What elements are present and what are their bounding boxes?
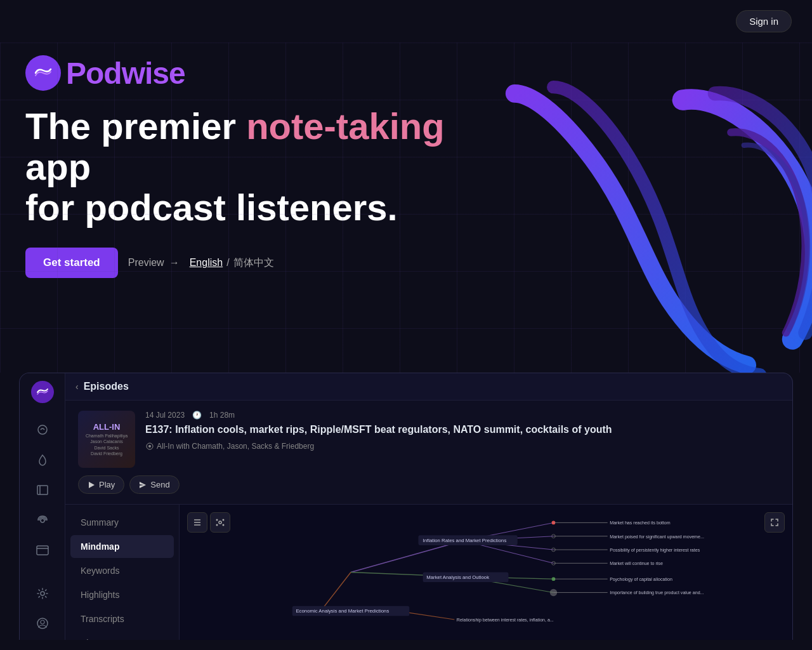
podcast-small-icon [145, 442, 154, 451]
language-links: English / 简体中文 [190, 256, 274, 270]
svg-text:Economic Analysis and Market P: Economic Analysis and Market Predictions [296, 608, 389, 614]
lang-separator: / [226, 257, 229, 269]
svg-point-15 [219, 521, 221, 524]
svg-point-19 [223, 524, 225, 526]
mindmap-node-view-button[interactable] [210, 512, 230, 533]
sidebar-home-icon[interactable] [34, 421, 51, 439]
svg-rect-4 [37, 546, 48, 555]
svg-marker-11 [89, 482, 95, 488]
play-label: Play [99, 480, 115, 489]
lang-chinese-link[interactable]: 简体中文 [233, 256, 274, 270]
play-button[interactable]: Play [78, 475, 124, 494]
send-button[interactable]: Send [129, 475, 179, 494]
logo-text: Podwise [66, 56, 185, 91]
episode-podcast: All-In with Chamath, Jason, Sacks & Frie… [145, 442, 780, 451]
sidebar-fire-icon[interactable] [34, 451, 51, 469]
svg-point-18 [216, 524, 218, 526]
svg-line-53 [409, 613, 454, 620]
svg-point-3 [41, 519, 44, 522]
svg-line-20 [351, 541, 464, 573]
sidebar-card-icon[interactable] [34, 541, 51, 559]
preview-label: Preview [128, 257, 164, 269]
wave-illustration [476, 81, 812, 373]
episode-actions: Play Send [78, 475, 780, 494]
episode-thumbnail: ALL-IN Chamath PalihapitiyaJason Calacan… [78, 411, 135, 468]
hero-headline: The premier note-taking app for podcast … [25, 106, 457, 227]
send-label: Send [150, 480, 169, 489]
app-preview: ‹ Episodes ALL-IN Chamath PalihapitiyaJa… [19, 373, 793, 640]
episodes-title: Episodes [84, 381, 129, 392]
logo-icon [25, 55, 61, 91]
svg-text:Market will continue to rise: Market will continue to rise [610, 561, 663, 566]
headline-accent: note-taking [246, 105, 445, 147]
svg-text:Psychology of capital allocati: Psychology of capital allocation [610, 577, 672, 582]
svg-point-10 [148, 445, 151, 448]
preview-arrow: → [169, 257, 180, 269]
svg-point-16 [216, 519, 218, 521]
episode-info: 14 Jul 2023 🕐 1h 28m E137: Inflation coo… [145, 411, 780, 451]
app-sidebar-logo [31, 381, 54, 403]
sidebar-podcast-icon[interactable] [34, 512, 51, 529]
mindmap-toolbar [187, 512, 230, 533]
mindmap-area: Inflation Rates and Market Predictions M… [180, 505, 792, 640]
sidebar-library-icon[interactable] [34, 481, 51, 499]
svg-text:Possibility of persistently hi: Possibility of persistently higher inter… [610, 548, 700, 553]
tab-transcripts[interactable]: Transcripts [70, 607, 174, 630]
svg-text:Inflation Rates and Market Pre: Inflation Rates and Market Predictions [423, 538, 507, 543]
svg-text:Market Analysis and Outlook: Market Analysis and Outlook [426, 574, 489, 580]
svg-text:Relationship between interest : Relationship between interest rates, inf… [457, 618, 554, 623]
headline-part2: app [25, 146, 91, 187]
episode-meta: 14 Jul 2023 🕐 1h 28m [145, 411, 780, 420]
svg-text:Market has reached its bottom: Market has reached its bottom [610, 521, 671, 526]
episodes-back-arrow[interactable]: ‹ [75, 381, 79, 392]
svg-point-8 [41, 620, 44, 624]
tab-shownotes[interactable]: Shownotes [70, 632, 174, 640]
episode-date: 14 Jul 2023 [145, 411, 185, 420]
svg-point-17 [223, 519, 225, 521]
tab-highlights[interactable]: Highlights [70, 583, 174, 606]
content-area: Summary Mindmap Keywords Highlights Tran… [65, 505, 792, 640]
episodes-header: ‹ Episodes [65, 373, 792, 401]
svg-point-0 [38, 425, 47, 434]
svg-point-6 [41, 592, 44, 595]
svg-text:Importance of building true pr: Importance of building true product valu… [610, 590, 704, 595]
send-icon [139, 481, 147, 489]
get-started-button[interactable]: Get started [25, 248, 118, 278]
preview-area: Preview → [128, 257, 180, 269]
headline-line2: for podcast listeners. [25, 187, 398, 228]
sign-in-button[interactable]: Sign in [736, 10, 792, 32]
hero-section: Podwise The premier note-taking app for … [0, 43, 812, 373]
hero-cta: Get started Preview → English / 简体中文 [25, 248, 787, 278]
podcast-name: All-In with Chamath, Jason, Sacks & Frie… [157, 442, 314, 451]
mindmap-list-view-button[interactable] [187, 512, 207, 533]
episode-title: E137: Inflation cools, market rips, Ripp… [145, 423, 780, 437]
logo-area: Podwise [25, 55, 787, 91]
svg-rect-1 [37, 486, 48, 494]
episode-clock-icon: 🕐 [192, 411, 202, 420]
lang-english-link[interactable]: English [190, 257, 223, 269]
sidebar-settings-icon[interactable] [34, 585, 51, 602]
episode-card: ALL-IN Chamath PalihapitiyaJason Calacan… [65, 401, 792, 505]
app-sidebar [20, 373, 65, 640]
svg-text:Market poised for significant : Market poised for significant upward mov… [610, 534, 704, 540]
page-header: Sign in [0, 0, 812, 43]
mindmap-fullscreen-button[interactable] [764, 512, 785, 533]
sidebar-account-icon[interactable] [34, 614, 51, 632]
tab-mindmap[interactable]: Mindmap [70, 535, 174, 558]
tab-keywords[interactable]: Keywords [70, 559, 174, 582]
notes-sidebar: Summary Mindmap Keywords Highlights Tran… [65, 505, 180, 640]
play-icon [88, 481, 95, 489]
tab-summary[interactable]: Summary [70, 511, 174, 534]
headline-part1: The premier [25, 105, 246, 147]
episode-duration: 1h 28m [209, 411, 235, 420]
mindmap-svg: Inflation Rates and Market Predictions M… [180, 505, 792, 640]
episode-thumb-inner: ALL-IN Chamath PalihapitiyaJason Calacan… [78, 411, 135, 468]
